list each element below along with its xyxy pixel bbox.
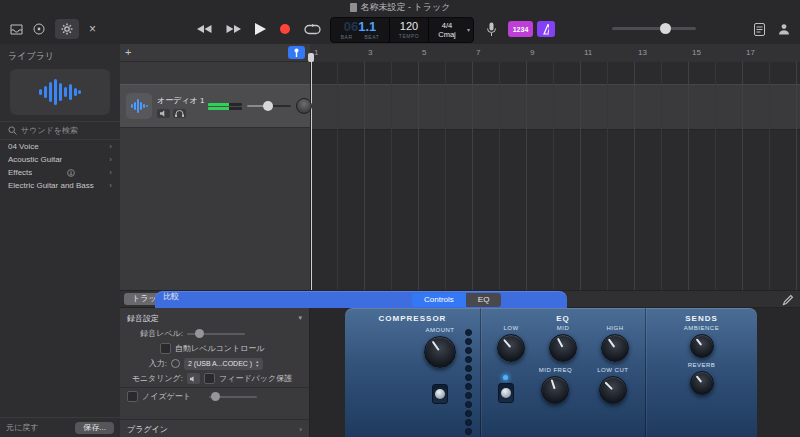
monitoring-toggle-button[interactable] (187, 373, 200, 384)
noise-gate-slider[interactable] (209, 396, 257, 398)
save-button[interactable]: 保存... (75, 422, 114, 434)
dropdown-arrows-icon: ▲▼ (255, 360, 259, 367)
eq-high-knob[interactable] (601, 334, 629, 362)
input-format-button[interactable] (171, 359, 180, 368)
recording-settings-header[interactable]: 録音設定 ▾ (120, 310, 309, 326)
record-level-slider[interactable] (187, 333, 245, 335)
timeline-area[interactable] (310, 62, 800, 290)
metronome-button[interactable] (537, 21, 555, 37)
eq-mid-freq-knob[interactable] (541, 376, 569, 404)
ruler-mark: 9 (530, 48, 534, 57)
eq-low-knob[interactable] (497, 334, 525, 362)
lcd-key-segment[interactable]: 4/4 Cmaj (429, 18, 465, 42)
undo-button[interactable]: 元に戻す (6, 422, 38, 433)
tab-eq[interactable]: EQ (466, 293, 502, 307)
tuner-mic-icon[interactable] (486, 22, 497, 37)
playhead-handle[interactable] (308, 53, 314, 62)
notepad-icon[interactable] (754, 23, 765, 36)
edit-pencil-icon[interactable] (782, 294, 794, 309)
compressor-section: COMPRESSOR AMOUNT (345, 308, 480, 437)
forward-button[interactable] (226, 24, 241, 34)
ruler-mark: 15 (692, 48, 701, 57)
master-volume-slider[interactable] (612, 27, 696, 30)
speaker-icon (160, 110, 168, 117)
reverb-send-knob[interactable] (690, 371, 714, 395)
headphones-icon (175, 110, 184, 117)
lcd-tempo-segment[interactable]: 120 TEMPO (390, 18, 428, 42)
close-editor-icon[interactable]: × (89, 23, 96, 35)
master-volume-knob[interactable] (660, 23, 671, 34)
patch-preview (10, 69, 110, 115)
add-track-button[interactable]: + (125, 47, 131, 58)
ambience-send-knob[interactable] (690, 334, 714, 358)
input-label: 入力: (127, 358, 167, 369)
record-button[interactable] (280, 24, 290, 34)
smart-controls-button[interactable] (55, 19, 79, 39)
library-item-electric-guitar-bass[interactable]: Electric Guitar and Bass › (0, 179, 120, 192)
pan-knob[interactable] (296, 98, 312, 114)
lcd-chevron-down-icon[interactable]: ▾ (467, 26, 470, 33)
sends-section: SENDS AMBIENCE REVERB (645, 308, 757, 437)
ruler-mark: 3 (368, 48, 372, 57)
inspector-tab-bar: トラック マスター 比較 Controls EQ (120, 290, 800, 308)
library-footer: 元に戻す 保存... (0, 417, 120, 437)
track-list-header: + (120, 44, 310, 62)
view-switcher: Controls EQ (412, 293, 501, 307)
eq-mid-knob[interactable] (549, 334, 577, 362)
library-item-acoustic-guitar[interactable]: Acoustic Guitar › (0, 153, 120, 166)
solo-headphones-button[interactable] (173, 109, 186, 118)
compressor-amount-knob[interactable] (424, 336, 456, 368)
library-item-04-voice[interactable]: 04 Voice › (0, 140, 120, 153)
monitoring-label: モニタリング: (127, 373, 183, 384)
smart-controls-area: COMPRESSOR AMOUNT EQ (310, 308, 800, 437)
pin-icon (293, 48, 300, 57)
download-badge-icon (67, 169, 75, 177)
compressor-footswitch[interactable] (432, 384, 448, 404)
sound-library-icon[interactable] (10, 24, 23, 35)
input-source-dropdown[interactable]: 2 (USB A...CODEC ) ▲▼ (184, 358, 263, 370)
lcd-time-signature: 4/4 (442, 21, 452, 30)
compressor-title: COMPRESSOR (345, 314, 480, 323)
lcd-ghost-digits: 06 (344, 20, 358, 33)
chevron-down-icon: ▾ (298, 314, 302, 322)
document-icon (350, 3, 357, 12)
ruler-mark: 11 (584, 48, 592, 57)
lcd-bar-label: BAR (341, 34, 353, 40)
timeline-ruler[interactable]: 1 3 5 7 9 11 13 15 17 (310, 44, 800, 63)
feedback-protection-checkbox[interactable] (204, 373, 215, 384)
eq-high-label: HIGH (607, 325, 624, 331)
lcd-tempo-value: 120 (400, 21, 418, 32)
mute-button[interactable] (157, 109, 170, 118)
track-volume-knob[interactable] (263, 101, 273, 111)
play-button[interactable] (255, 23, 266, 35)
track-row[interactable]: オーディオ 1 (120, 84, 310, 128)
plugins-section-header[interactable]: プラグイン › (120, 421, 309, 437)
eq-footswitch[interactable] (498, 383, 514, 403)
track-header-column: オーディオ 1 (120, 62, 311, 290)
library-title: ライブラリ (0, 44, 120, 67)
chevron-right-icon: › (299, 425, 302, 434)
track-volume-slider[interactable] (247, 105, 291, 107)
playhead-line[interactable] (311, 62, 312, 290)
eq-mid-freq-label: MID FREQ (539, 367, 572, 373)
lcd-display[interactable]: 06 1.1 BAR BEAT 120 TEMPO 4/4 Cmaj ▾ (330, 17, 474, 43)
cycle-button[interactable] (304, 24, 321, 35)
library-item-effects[interactable]: Effects › (0, 166, 120, 179)
sound-search-field[interactable]: サウンドを検索 (0, 121, 120, 140)
rewind-button[interactable] (197, 24, 212, 34)
feedback-protection-label: フィードバック保護 (219, 373, 292, 384)
catch-playhead-button[interactable] (288, 46, 305, 59)
sends-title: SENDS (646, 314, 757, 323)
tab-controls[interactable]: Controls (412, 293, 466, 307)
lcd-beat-label: BEAT (365, 34, 380, 40)
count-in-button[interactable]: 1234 (508, 21, 533, 37)
help-icon[interactable] (33, 23, 45, 35)
ruler-mark: 1 (314, 48, 318, 57)
noise-gate-checkbox[interactable] (127, 391, 138, 402)
search-placeholder: サウンドを検索 (21, 125, 78, 136)
eq-low-cut-knob[interactable] (599, 376, 627, 404)
control-bar: × 06 1.1 BAR (0, 14, 800, 45)
auto-level-checkbox[interactable] (160, 343, 171, 354)
quick-help-icon[interactable] (778, 23, 790, 35)
window-title: 名称未設定 - トラック (361, 1, 451, 14)
